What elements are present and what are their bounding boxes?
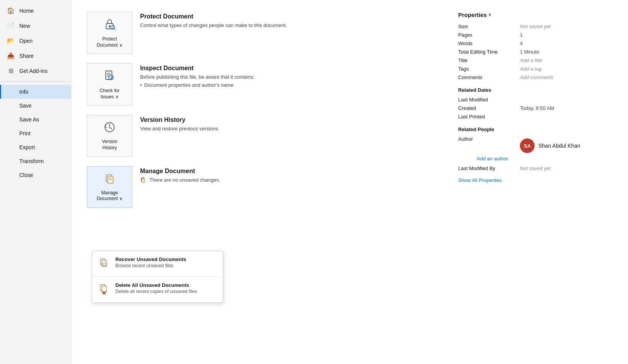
recover-unsaved-button[interactable]: Recover Unsaved Documents Browse recent … [92, 251, 223, 276]
sidebar-item-share-label: Share [19, 53, 34, 59]
inspect-bullet-1: Document properties and author's name [140, 82, 443, 88]
sidebar-item-new-label: New [19, 23, 30, 29]
prop-words: Words 4 [458, 40, 613, 46]
protect-document-button[interactable]: ProtectDocument ∨ [87, 12, 132, 54]
sidebar-item-export-label: Export [19, 144, 35, 150]
prop-tags-value[interactable]: Add a tag [520, 66, 542, 72]
sidebar-item-open[interactable]: 📂 Open [0, 33, 71, 48]
version-history-info: Version History View and restore previou… [140, 115, 443, 134]
home-icon: 🏠 [7, 7, 15, 14]
doc-small-icon [140, 177, 146, 183]
manage-document-label: ManageDocument ∨ [96, 190, 122, 202]
version-history-button[interactable]: VersionHistory [87, 115, 132, 157]
sidebar-item-save[interactable]: Save [0, 99, 71, 113]
prop-last-printed: Last Printed [458, 114, 613, 120]
delete-title: Delete All Unsaved Documents [115, 282, 197, 288]
sidebar-item-transform-label: Transform [19, 158, 44, 164]
properties-title: Properties [458, 12, 487, 18]
manage-document-dropdown: Recover Unsaved Documents Browse recent … [92, 251, 223, 303]
svg-rect-1 [109, 25, 110, 27]
sidebar-item-addins-label: Get Add-ins [19, 68, 47, 74]
delete-desc: Delete all recent copies of unsaved file… [115, 289, 197, 294]
sidebar-item-get-addins[interactable]: ⊞ Get Add-ins [0, 63, 71, 78]
sidebar-divider [0, 81, 71, 82]
version-history-title: Version History [140, 116, 443, 123]
prop-last-modified-by: Last Modified By Not saved yet [458, 165, 613, 171]
sidebar-item-save-as[interactable]: Save As [0, 113, 71, 126]
inspect-document-desc: Before publishing this file, be aware th… [140, 74, 443, 80]
sidebar-item-home-label: Home [19, 8, 34, 14]
prop-last-modified-by-value: Not saved yet [520, 165, 551, 171]
add-author-link[interactable]: Add an author [477, 156, 613, 162]
prop-pages-value: 1 [520, 32, 523, 38]
properties-header: Properties ∨ [458, 12, 613, 18]
check-for-issues-button[interactable]: Check forIssues ∨ [87, 63, 132, 106]
recover-desc: Browse recent unsaved files [115, 263, 186, 268]
prop-created-value: Today, 9:50 AM [520, 105, 554, 111]
properties-chevron: ∨ [488, 12, 491, 17]
recover-icon [98, 257, 110, 271]
manage-document-title: Manage Document [140, 168, 443, 175]
sidebar: 🏠 Home 📄 New 📂 Open 📤 Share ⊞ Get Add-in… [0, 0, 71, 364]
sidebar-item-print[interactable]: Print [0, 126, 71, 140]
manage-document-icon [103, 172, 116, 188]
prop-editing-time: Total Editing Time 1 Minute [458, 49, 613, 55]
prop-size-value: Not saved yet [520, 24, 551, 29]
sidebar-item-export[interactable]: Export [0, 140, 71, 154]
prop-editing-value: 1 Minute [520, 49, 539, 55]
prop-title-value[interactable]: Add a title [520, 57, 542, 63]
prop-author-label: Author [458, 136, 516, 142]
prop-created-label: Created [458, 105, 516, 111]
author-name: Shan Abdul Khan [538, 143, 580, 149]
protect-document-card: ProtectDocument ∨ Protect Document Contr… [87, 12, 443, 54]
protect-document-info: Protect Document Control what types of c… [140, 12, 443, 30]
show-all-properties-link[interactable]: Show All Properties [458, 177, 613, 183]
lock-icon [103, 17, 117, 34]
info-section: ProtectDocument ∨ Protect Document Contr… [87, 12, 443, 352]
recover-text: Recover Unsaved Documents Browse recent … [115, 256, 186, 268]
inspect-document-title: Inspect Document [140, 65, 443, 72]
sidebar-item-transform[interactable]: Transform [0, 154, 71, 168]
sidebar-item-open-label: Open [19, 38, 32, 44]
svg-rect-15 [142, 179, 145, 182]
prop-editing-label: Total Editing Time [458, 49, 516, 55]
clock-icon [103, 121, 116, 136]
prop-comments-value[interactable]: Add comments [520, 74, 554, 80]
share-icon: 📤 [7, 52, 15, 59]
prop-size-label: Size [458, 24, 516, 29]
sidebar-item-new[interactable]: 📄 New [0, 18, 71, 33]
check-issues-icon [103, 69, 117, 86]
prop-words-value: 4 [520, 40, 523, 46]
recover-title: Recover Unsaved Documents [115, 256, 186, 262]
sidebar-item-share[interactable]: 📤 Share [0, 48, 71, 63]
prop-last-modified-label: Last Modified [458, 97, 516, 103]
sidebar-item-info[interactable]: Info [0, 85, 71, 99]
prop-comments: Comments Add comments [458, 74, 613, 80]
prop-pages-label: Pages [458, 32, 516, 38]
new-icon: 📄 [7, 22, 15, 29]
protect-document-title: Protect Document [140, 13, 443, 20]
version-history-label: VersionHistory [102, 139, 117, 151]
version-history-card: VersionHistory Version History View and … [87, 115, 443, 157]
sidebar-item-info-label: Info [19, 89, 28, 95]
sidebar-item-close-label: Close [19, 172, 33, 178]
addins-icon: ⊞ [7, 67, 15, 74]
delete-unsaved-button[interactable]: Delete All Unsaved Documents Delete all … [92, 276, 223, 302]
sidebar-item-close[interactable]: Close [0, 168, 71, 182]
prop-author-info: SA Shan Abdul Khan [520, 136, 580, 153]
main-content: ProtectDocument ∨ Protect Document Contr… [71, 0, 628, 364]
manage-document-button[interactable]: ManageDocument ∨ [87, 166, 132, 208]
sidebar-item-home[interactable]: 🏠 Home [0, 3, 71, 18]
prop-tags-label: Tags [458, 66, 516, 72]
prop-title: Title Add a title [458, 57, 613, 63]
properties-panel: Properties ∨ Size Not saved yet Pages 1 … [458, 12, 613, 352]
prop-last-modified: Last Modified [458, 97, 613, 103]
protect-document-label: ProtectDocument ∨ [96, 36, 122, 48]
prop-last-modified-by-label: Last Modified By [458, 165, 516, 171]
prop-comments-label: Comments [458, 74, 516, 80]
protect-document-desc: Control what types of changes people can… [140, 22, 443, 28]
prop-words-label: Words [458, 40, 516, 46]
inspect-document-info: Inspect Document Before publishing this … [140, 63, 443, 88]
open-icon: 📂 [7, 37, 15, 44]
author-row: SA Shan Abdul Khan [520, 138, 580, 153]
